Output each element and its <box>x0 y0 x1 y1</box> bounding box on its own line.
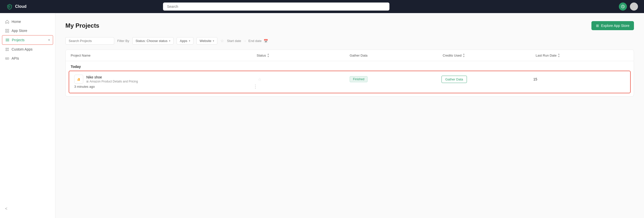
svg-rect-6 <box>6 48 7 49</box>
home-icon <box>5 20 9 24</box>
sidebar-custom-apps-label: Custom Apps <box>12 47 50 51</box>
svg-rect-3 <box>8 29 9 30</box>
col-project-name: Project Name <box>71 53 257 58</box>
col-credits-label: Credits Used <box>443 54 462 57</box>
col-gather-data: Gather Data <box>350 53 443 58</box>
col-last-run-label: Last Run Date <box>536 54 556 57</box>
topnav: S Cloud <box>0 0 644 13</box>
projects-chevron-icon: ▾ <box>48 38 50 42</box>
date-filter: Start date → End date 📅 <box>227 39 268 43</box>
col-project-name-label: Project Name <box>71 54 91 57</box>
sidebar-app-store-label: App Store <box>12 29 50 33</box>
date-separator: → <box>243 39 247 43</box>
sidebar-item-custom-apps[interactable]: Custom Apps <box>0 45 55 54</box>
brand-name: Cloud <box>15 4 26 9</box>
global-search-input[interactable] <box>163 3 389 11</box>
main-content: My Projects ⊞ Explore App Store Filter B… <box>55 13 644 218</box>
col-status-label: Status <box>257 54 266 57</box>
col-credits[interactable]: Credits Used ▲▼ <box>443 53 536 58</box>
star-cell: ☆ <box>258 77 350 82</box>
group-today-label: Today <box>71 65 81 69</box>
last-run-cell: 3 minutes ago ⋮ <box>74 84 258 89</box>
website-chevron-icon: ▾ <box>213 39 214 42</box>
svg-point-9 <box>8 50 9 51</box>
search-projects-input[interactable] <box>65 37 114 45</box>
user-avatar[interactable] <box>630 3 638 11</box>
col-status[interactable]: Status ▲▼ <box>257 53 350 58</box>
gather-data-button[interactable]: Gather Data <box>441 76 467 83</box>
apis-icon <box>5 56 9 60</box>
search-container <box>163 3 389 11</box>
svg-rect-2 <box>6 29 7 30</box>
status-filter-dropdown[interactable]: Status: Choose status ▾ <box>132 37 174 45</box>
website-filter-label: Website <box>200 39 212 43</box>
status-sort-icon: ▲▼ <box>267 53 269 58</box>
project-logo: a <box>74 75 83 84</box>
svg-rect-8 <box>6 50 7 51</box>
filter-bar: Filter By Status: Choose status ▾ Apps ▾… <box>65 37 634 45</box>
sidebar-collapse-button[interactable]: < <box>0 203 55 214</box>
project-info: Nike shoe ⊞ Amazon Product Details and P… <box>86 75 138 83</box>
apps-filter-label: Apps <box>180 39 187 43</box>
col-gather-data-label: Gather Data <box>350 54 368 57</box>
svg-rect-5 <box>8 31 9 32</box>
notification-button[interactable] <box>619 3 627 11</box>
page-header: My Projects ⊞ Explore App Store <box>65 21 634 30</box>
col-last-run[interactable]: Last Run Date ▲▼ <box>536 53 629 58</box>
row-menu-button[interactable]: ⋮ <box>253 84 258 89</box>
start-date-label: Start date <box>227 39 241 43</box>
credits-value: 15 <box>533 77 537 81</box>
filter-by-label: Filter By <box>117 39 129 43</box>
sidebar-home-label: Home <box>12 20 50 24</box>
custom-apps-icon <box>5 47 9 51</box>
svg-rect-4 <box>6 31 7 32</box>
calendar-icon[interactable]: 📅 <box>264 39 268 43</box>
svg-text:S: S <box>8 5 10 8</box>
sidebar-item-projects[interactable]: Projects ▾ <box>2 35 53 45</box>
apps-filter-dropdown[interactable]: Apps ▾ <box>177 37 193 45</box>
last-run-value: 3 minutes ago <box>74 85 95 89</box>
brand: S Cloud <box>6 3 46 10</box>
sidebar-apis-label: APIs <box>12 56 50 60</box>
star-filter-button[interactable]: ☆ <box>220 38 224 43</box>
apps-chevron-icon: ▾ <box>189 39 190 42</box>
layout: Home App Store Projects ▾ Custom Apps <box>0 13 644 218</box>
brand-icon: S <box>6 3 13 10</box>
notification-icon <box>621 5 625 9</box>
website-filter-dropdown[interactable]: Website ▾ <box>196 37 218 45</box>
topnav-right <box>619 3 638 11</box>
credits-sort-icon: ▲▼ <box>463 53 465 58</box>
project-app-name: Amazon Product Details and Pricing <box>90 80 138 83</box>
app-store-icon <box>5 29 9 33</box>
svg-rect-7 <box>8 48 9 49</box>
sidebar-item-home[interactable]: Home <box>0 17 55 26</box>
explore-btn-label: Explore App Store <box>601 24 629 28</box>
explore-app-store-button[interactable]: ⊞ Explore App Store <box>591 21 634 30</box>
status-cell: Finished <box>350 76 441 82</box>
table-header: Project Name Status ▲▼ Gather Data Credi… <box>66 50 634 61</box>
projects-icon <box>5 38 9 42</box>
page-title: My Projects <box>65 22 99 29</box>
projects-table: Project Name Status ▲▼ Gather Data Credi… <box>65 50 634 97</box>
table-row[interactable]: a Nike shoe ⊞ Amazon Product Details and… <box>69 71 631 93</box>
app-grid-icon: ⊞ <box>86 80 89 83</box>
sidebar-projects-label: Projects <box>12 38 46 42</box>
project-name: Nike shoe <box>86 75 138 79</box>
project-cell: a Nike shoe ⊞ Amazon Product Details and… <box>74 75 258 84</box>
group-today: Today <box>66 61 634 71</box>
sidebar-item-app-store[interactable]: App Store <box>0 26 55 35</box>
status-filter-label: Status: Choose status <box>136 39 168 43</box>
row-star-button[interactable]: ☆ <box>258 77 261 82</box>
grid-icon: ⊞ <box>596 24 599 28</box>
sidebar: Home App Store Projects ▾ Custom Apps <box>0 13 55 218</box>
amazon-logo: a <box>77 77 80 82</box>
last-run-sort-icon: ▲▼ <box>557 53 560 58</box>
status-chevron-icon: ▾ <box>169 39 170 42</box>
status-badge: Finished <box>350 76 368 82</box>
project-subtitle: ⊞ Amazon Product Details and Pricing <box>86 80 138 83</box>
gather-data-cell: Gather Data <box>441 76 533 83</box>
credits-cell: 15 <box>533 77 625 81</box>
end-date-label: End date <box>249 39 262 43</box>
sidebar-item-apis[interactable]: APIs <box>0 54 55 63</box>
